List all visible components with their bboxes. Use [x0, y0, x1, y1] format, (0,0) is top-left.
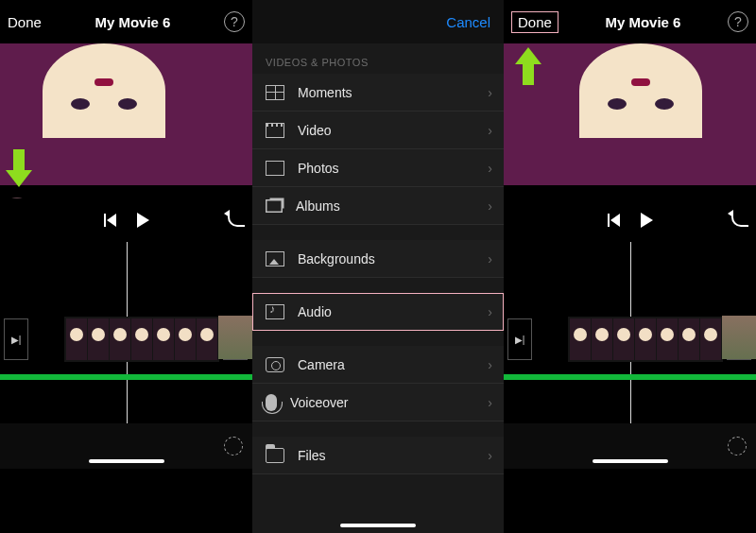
row-label: Audio [298, 304, 332, 319]
home-indicator [593, 459, 668, 463]
preview-frame [579, 43, 702, 138]
chevron-right-icon: › [488, 357, 492, 372]
top-bar: Done My Movie 6 ? [504, 0, 756, 43]
video-clip[interactable] [64, 317, 219, 362]
chevron-right-icon: › [488, 85, 492, 100]
preview-frame [43, 43, 165, 138]
chevron-right-icon: › [488, 251, 492, 266]
row-camera[interactable]: Camera › [252, 346, 504, 384]
voiceover-icon [266, 394, 277, 411]
clip-thumb [635, 318, 656, 360]
row-label: Backgrounds [298, 251, 375, 266]
transport-controls [0, 198, 252, 242]
row-moments[interactable]: Moments › [252, 74, 504, 112]
chevron-right-icon: › [488, 304, 492, 319]
row-albums[interactable]: Albums › [252, 187, 504, 225]
clip-thumb [657, 318, 678, 360]
tutorial-arrow-icon [8, 149, 30, 189]
clip-thumb [592, 318, 612, 360]
settings-icon[interactable] [728, 437, 747, 456]
audio-icon [266, 304, 284, 319]
undo-button[interactable] [228, 214, 245, 227]
done-button[interactable]: Done [511, 11, 558, 33]
section-header: VIDEOS & PHOTOS [252, 43, 504, 74]
home-indicator [340, 524, 416, 527]
row-label: Files [298, 448, 326, 463]
chevron-right-icon: › [488, 198, 492, 214]
row-label: Moments [298, 85, 352, 100]
timeline[interactable]: ▶| |◀ [0, 242, 252, 469]
editor-panel-left: Done My Movie 6 ? + ▶| |◀ [0, 0, 252, 533]
chevron-right-icon: › [488, 448, 492, 463]
play-button[interactable] [137, 213, 149, 228]
camera-icon [266, 357, 284, 372]
clip-thumb [66, 318, 87, 360]
clip-thumb [153, 318, 174, 360]
top-bar: Done My Movie 6 ? [0, 0, 252, 43]
moments-icon [266, 85, 284, 100]
video-preview[interactable] [504, 43, 756, 185]
transport-controls [504, 198, 756, 242]
cancel-button[interactable]: Cancel [446, 14, 490, 30]
help-button[interactable]: ? [728, 11, 748, 32]
clip-thumb [197, 318, 217, 360]
clip-thumb [570, 318, 591, 360]
row-audio[interactable]: Audio › [252, 293, 504, 331]
files-icon [266, 448, 284, 463]
undo-button[interactable] [731, 214, 748, 227]
transition-start-icon[interactable]: ▶| [4, 318, 28, 360]
row-video[interactable]: Video › [252, 112, 504, 149]
row-label: Voiceover [290, 395, 348, 410]
editor-panel-right: Done My Movie 6 ? + ▶| |◀ [504, 0, 756, 533]
row-voiceover[interactable]: Voiceover › [252, 384, 504, 421]
chevron-right-icon: › [488, 395, 492, 410]
skip-back-button[interactable] [608, 214, 620, 227]
row-label: Camera [298, 357, 345, 372]
row-label: Video [298, 123, 332, 138]
project-title: My Movie 6 [605, 14, 680, 30]
home-indicator [89, 459, 164, 463]
row-backgrounds[interactable]: Backgrounds › [252, 240, 504, 278]
audio-track[interactable] [504, 374, 756, 380]
albums-icon [266, 199, 283, 213]
skip-back-button[interactable] [104, 214, 116, 227]
row-photos[interactable]: Photos › [252, 149, 504, 187]
clip-thumb [110, 318, 130, 360]
clip-thumb [88, 318, 109, 360]
clip-thumb [175, 318, 196, 360]
media-picker-panel: Cancel VIDEOS & PHOTOS Moments › Video ›… [252, 0, 504, 533]
chevron-right-icon: › [488, 161, 492, 176]
settings-icon[interactable] [224, 437, 243, 456]
row-label: Photos [298, 161, 339, 176]
photos-icon [266, 161, 284, 176]
clip-thumb [700, 318, 721, 360]
video-preview[interactable] [0, 43, 252, 185]
play-button[interactable] [641, 213, 653, 228]
chevron-right-icon: › [488, 123, 492, 138]
timeline[interactable]: ▶| |◀ [504, 242, 756, 469]
backgrounds-icon [266, 251, 284, 266]
transition-start-icon[interactable]: ▶| [507, 318, 532, 360]
video-icon [266, 123, 284, 138]
project-title: My Movie 6 [94, 14, 170, 30]
clip-thumb [613, 318, 634, 360]
help-button[interactable]: ? [224, 11, 245, 32]
video-clip[interactable] [568, 317, 723, 362]
picker-top-bar: Cancel [252, 0, 504, 43]
clip-strip: ▶| |◀ [0, 316, 252, 363]
row-label: Albums [296, 198, 340, 214]
video-clip-2[interactable] [218, 316, 252, 359]
done-button[interactable]: Done [8, 14, 42, 30]
video-clip-2[interactable] [722, 316, 756, 359]
clip-thumb [131, 318, 152, 360]
clip-strip: ▶| |◀ [504, 316, 756, 363]
row-files[interactable]: Files › [252, 437, 504, 474]
audio-track[interactable] [0, 374, 252, 380]
clip-thumb [679, 318, 699, 360]
